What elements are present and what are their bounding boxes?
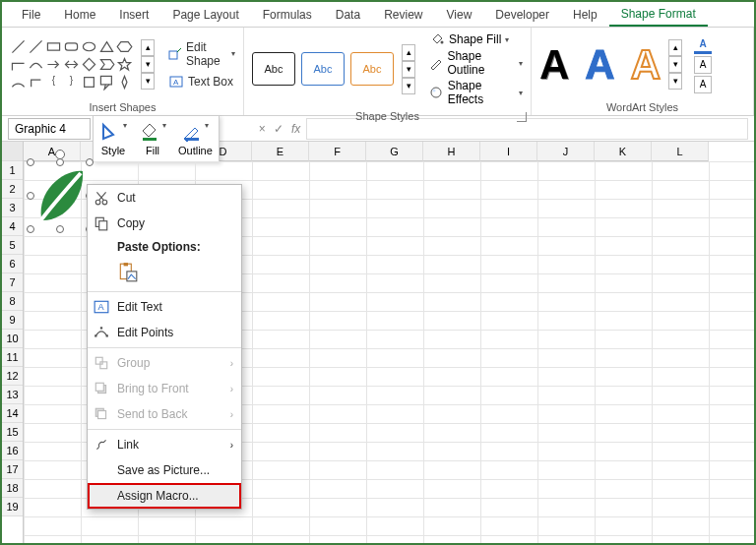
shape-brace-icon[interactable]: { [45, 74, 62, 91]
select-all-corner[interactable] [2, 142, 23, 161]
shape-callout-icon[interactable] [98, 74, 115, 91]
wordart-scroll-down-icon[interactable]: ▾ [668, 56, 682, 73]
row-header[interactable]: 5 [2, 236, 23, 255]
resize-handle[interactable] [27, 225, 34, 233]
row-header[interactable]: 11 [2, 348, 23, 367]
ctx-assign-macro[interactable]: Assign Macro... [88, 483, 241, 509]
wordart-preset-3[interactable]: A [631, 41, 661, 89]
ctx-edit-points[interactable]: Edit Points [88, 320, 241, 345]
row-header[interactable]: 6 [2, 255, 23, 273]
tab-help[interactable]: Help [561, 4, 609, 26]
row-header[interactable]: 2 [2, 180, 23, 199]
wordart-presets[interactable]: A A A [539, 41, 661, 89]
shape-hex-icon[interactable] [116, 38, 133, 55]
ctx-link[interactable]: Link › [88, 432, 241, 457]
resize-handle[interactable] [86, 158, 94, 166]
wordart-preset-1[interactable]: A [539, 41, 569, 89]
col-header[interactable]: G [366, 142, 423, 161]
ctx-paste-picture[interactable] [88, 256, 241, 289]
tab-page-layout[interactable]: Page Layout [160, 4, 250, 26]
col-header[interactable]: H [423, 142, 480, 161]
shape-rect-icon[interactable] [45, 38, 62, 55]
shape-diamond-icon[interactable] [81, 56, 97, 73]
name-box[interactable] [8, 118, 91, 140]
row-header[interactable]: 15 [2, 423, 23, 442]
styles-scroll-up-icon[interactable]: ▴ [402, 44, 415, 61]
ctx-edit-text[interactable]: A Edit Text [88, 294, 241, 320]
shape-bracket-icon[interactable] [81, 74, 97, 91]
shape-brace2-icon[interactable]: } [63, 74, 80, 91]
shape-line-arrow-icon[interactable] [28, 38, 44, 55]
resize-handle[interactable] [27, 158, 34, 166]
shape-fill-button[interactable]: Shape Fill ▾ [429, 31, 523, 47]
shapes-gallery[interactable]: { } [10, 38, 133, 91]
row-header[interactable]: 4 [2, 217, 23, 236]
gallery-more-icon[interactable]: ▾ [141, 73, 155, 90]
preset-1[interactable]: Abc [252, 52, 295, 86]
shape-triangle-icon[interactable] [98, 38, 115, 55]
text-outline-icon[interactable]: A [694, 56, 712, 74]
shape-darrow-icon[interactable] [63, 56, 80, 73]
gallery-scroll-up-icon[interactable]: ▴ [141, 39, 155, 56]
shape-arc-icon[interactable] [10, 74, 27, 91]
wordart-scroll-up-icon[interactable]: ▴ [668, 39, 682, 56]
row-header[interactable]: 8 [2, 292, 23, 311]
tab-home[interactable]: Home [52, 4, 107, 26]
resize-handle[interactable] [27, 192, 34, 200]
tab-developer[interactable]: Developer [483, 4, 561, 26]
tab-review[interactable]: Review [372, 4, 434, 26]
wordart-scroll[interactable]: ▴ ▾ ▾ [668, 39, 682, 90]
wordart-preset-2[interactable]: A [585, 41, 614, 89]
gallery-scroll-down-icon[interactable]: ▾ [141, 56, 155, 73]
tab-file[interactable]: File [10, 4, 52, 26]
text-effects-icon[interactable]: A [694, 76, 712, 93]
ctx-cut[interactable]: Cut [88, 185, 241, 211]
shape-more-icon[interactable] [116, 74, 133, 91]
gallery-scroll[interactable]: ▴ ▾ ▾ [141, 39, 155, 90]
row-header[interactable]: 18 [2, 479, 23, 498]
shape-star-icon[interactable] [116, 56, 133, 73]
shape-curve-icon[interactable] [28, 56, 44, 73]
shape-arrow-icon[interactable] [45, 56, 62, 73]
preset-2[interactable]: Abc [301, 52, 345, 86]
row-header[interactable]: 17 [2, 460, 23, 479]
leaf-icon[interactable] [32, 163, 89, 228]
shape-corner-icon[interactable] [28, 74, 44, 91]
shape-line-icon[interactable] [10, 38, 27, 55]
edit-shape-button[interactable]: Edit Shape ▾ [168, 40, 235, 68]
styles-scroll-down-icon[interactable]: ▾ [402, 61, 415, 78]
ctx-copy[interactable]: Copy [88, 211, 241, 236]
row-header[interactable]: 1 [2, 161, 23, 180]
shape-effects-button[interactable]: Shape Effects ▾ [429, 79, 523, 106]
styles-scroll[interactable]: ▴ ▾ ▾ [402, 44, 415, 94]
preset-3[interactable]: Abc [350, 52, 394, 86]
ctx-save-picture[interactable]: Save as Picture... [88, 457, 241, 483]
col-header[interactable]: I [480, 142, 537, 161]
selected-shape[interactable] [32, 163, 89, 228]
text-box-button[interactable]: A Text Box [168, 74, 235, 90]
shape-elbow-icon[interactable] [10, 56, 27, 73]
col-header[interactable]: L [652, 142, 709, 161]
mini-fill-button[interactable]: ▾ Fill [139, 121, 166, 156]
tab-insert[interactable]: Insert [107, 4, 160, 26]
row-header[interactable]: 19 [2, 498, 23, 516]
shape-rrect-icon[interactable] [63, 38, 80, 55]
shape-oval-icon[interactable] [81, 38, 97, 55]
mini-outline-button[interactable]: ▾ Outline [178, 121, 213, 156]
tab-view[interactable]: View [435, 4, 484, 26]
row-header[interactable]: 3 [2, 199, 23, 217]
row-header[interactable]: 13 [2, 386, 23, 404]
row-header[interactable]: 16 [2, 442, 23, 460]
tab-data[interactable]: Data [324, 4, 372, 26]
style-presets[interactable]: Abc Abc Abc [252, 52, 394, 86]
shape-outline-button[interactable]: Shape Outline ▾ [429, 49, 523, 77]
row-header[interactable]: 7 [2, 273, 23, 292]
tab-shape-format[interactable]: Shape Format [609, 3, 708, 27]
col-header[interactable]: F [309, 142, 366, 161]
resize-handle[interactable] [56, 158, 64, 166]
row-header[interactable]: 10 [2, 330, 23, 348]
text-fill-icon[interactable]: A [694, 36, 712, 54]
row-header[interactable]: 14 [2, 404, 23, 423]
col-header[interactable]: E [252, 142, 309, 161]
row-header[interactable]: 9 [2, 311, 23, 330]
